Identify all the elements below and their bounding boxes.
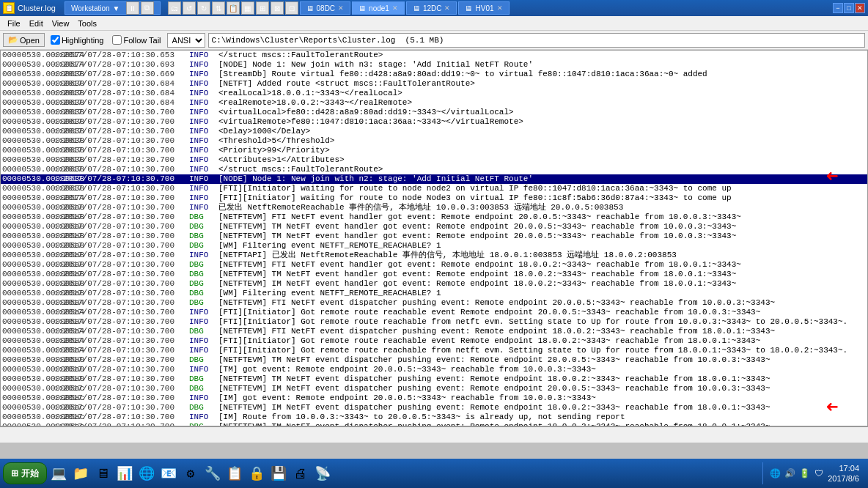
tab-08dc-close[interactable]: ✕ [338,4,344,12]
log-line-37[interactable]: 00000530.000005ac::2017/07/28-07:10:30.7… [1,403,867,413]
menu-tools[interactable]: Tools [73,18,101,29]
log-line-25[interactable]: 00000530.000005a8::2017/07/28-07:10:30.7… [1,289,867,298]
log-line-28[interactable]: 00000530.000005a4::2017/07/28-07:10:30.7… [1,317,867,327]
log-line-34[interactable]: 00000530.000005a0::2017/07/28-07:10:30.7… [1,374,867,384]
log-line-15[interactable]: 00000530.00000574::2017/07/28-07:10:30.7… [1,193,867,203]
tray-time[interactable]: 17:04 2017/8/6 [828,463,859,484]
follow-tail-check[interactable]: Follow Tail [109,35,163,45]
log-line-0[interactable]: 00000530.00000574::2017/07/28-07:10:30.6… [1,51,867,60]
log-line-38[interactable]: 00000530.000005ac::2017/07/28-07:10:30.7… [1,413,867,422]
log-line-5[interactable]: 00000530.00000638::2017/07/28-07:10:30.6… [1,98,867,108]
log-line-12[interactable]: 00000530.00000638::2017/07/28-07:10:30.7… [1,165,867,174]
log-line-2[interactable]: 00000530.00000638::2017/07/28-07:10:30.6… [1,70,867,79]
log-line-20[interactable]: 00000530.000005a8::2017/07/28-07:10:30.7… [1,241,867,251]
log-line-36[interactable]: 00000530.000005ac::2017/07/28-07:10:30.7… [1,393,867,403]
log-line-11[interactable]: 00000530.00000638::2017/07/28-07:10:30.7… [1,155,867,165]
menu-view[interactable]: View [48,18,74,29]
expand-btn[interactable]: ⧉ [141,1,154,15]
pause-btn[interactable]: ⏸ [126,1,139,15]
close-btn[interactable]: ✕ [855,3,865,13]
tab-12dc-close[interactable]: ✕ [444,4,450,12]
workstation-tab[interactable]: Workstation ▼ ⏸ ⧉ [65,1,161,15]
path-input[interactable] [208,33,865,48]
log-line-30[interactable]: 00000530.000005a4::2017/07/28-07:10:30.7… [1,336,867,346]
log-line-21[interactable]: 00000530.000005a8::2017/07/28-07:10:30.7… [1,251,867,260]
log-level: DBG [189,260,218,270]
tab-node1-close[interactable]: ✕ [392,4,398,12]
taskbar-icon-3[interactable]: 🖥 [92,463,113,484]
taskbar-icon-8[interactable]: 🔧 [202,463,223,484]
tab-08dc[interactable]: 🖥 08DC ✕ [300,1,351,15]
log-line-31[interactable]: 00000530.000005a4::2017/07/28-07:10:30.7… [1,346,867,355]
tab-12dc[interactable]: 🖥 12DC ✕ [406,1,457,15]
tb-icon-4[interactable]: ⇅ [212,1,225,15]
log-seq: 00000530.000005a8 [2,251,54,260]
log-line-33[interactable]: 00000530.000005a0::2017/07/28-07:10:30.7… [1,365,867,374]
log-line-18[interactable]: 00000530.000005a8::2017/07/28-07:10:30.7… [1,222,867,232]
log-line-26[interactable]: 00000530.000005a4::2017/07/28-07:10:30.7… [1,298,867,308]
log-line-13[interactable]: 00000530.00000638::2017/07/28-07:10:30.7… [1,174,867,184]
log-line-14[interactable]: 00000530.00000638::2017/07/28-07:10:30.7… [1,184,867,193]
follow-tail-checkbox[interactable] [112,35,122,45]
log-line-8[interactable]: 00000530.00000638::2017/07/28-07:10:30.7… [1,127,867,136]
tb-icon-3[interactable]: ↻ [197,1,210,15]
log-line-22[interactable]: 00000530.000005a8::2017/07/28-07:10:30.7… [1,260,867,270]
menu-edit[interactable]: Edit [25,18,48,29]
log-line-35[interactable]: 00000530.000005ac::2017/07/28-07:10:30.7… [1,384,867,393]
highlighting-checkbox[interactable] [51,35,60,45]
log-content[interactable]: 00000530.00000574::2017/07/28-07:10:30.6… [1,51,867,426]
tab-hv01-close[interactable]: ✕ [497,4,503,12]
tb-icon-8[interactable]: ⊠ [271,1,284,15]
tray-network-icon[interactable]: 🌐 [769,467,781,479]
workstation-dropdown-icon[interactable]: ▼ [113,4,120,12]
menu-file[interactable]: File [3,18,25,29]
encoding-select[interactable]: ANSI [167,33,205,48]
taskbar-icon-7[interactable]: ⚙ [180,463,201,484]
tb-icon-1[interactable]: 🗂 [168,1,181,15]
log-container[interactable]: 00000530.00000574::2017/07/28-07:10:30.6… [0,50,868,426]
log-line-23[interactable]: 00000530.000005a8::2017/07/28-07:10:30.7… [1,270,867,279]
log-line-7[interactable]: 00000530.00000638::2017/07/28-07:10:30.7… [1,117,867,127]
minimize-btn[interactable]: − [833,3,843,13]
tb-icon-7[interactable]: ⊞ [256,1,269,15]
tb-icon-2[interactable]: ↺ [183,1,196,15]
highlighting-check[interactable]: Highlighting [48,35,106,45]
taskbar-icon-9[interactable]: 📋 [224,463,245,484]
log-line-32[interactable]: 00000530.000005a0::2017/07/28-07:10:30.7… [1,355,867,365]
log-line-24[interactable]: 00000530.000005a8::2017/07/28-07:10:30.7… [1,279,867,289]
log-line-1[interactable]: 00000530.00000574::2017/07/28-07:10:30.6… [1,60,867,70]
taskbar-icon-6[interactable]: 📧 [158,463,179,484]
tb-icon-9[interactable]: ⊡ [285,1,298,15]
taskbar-icon-5[interactable]: 🌐 [136,463,157,484]
log-time: ::2017/07/28-07:10:30.700 [54,146,189,155]
log-line-4[interactable]: 00000530.00000638::2017/07/28-07:10:30.6… [1,89,867,98]
tray-battery-icon[interactable]: 🔋 [798,467,810,479]
log-line-27[interactable]: 00000530.000005a4::2017/07/28-07:10:30.7… [1,308,867,317]
log-line-39[interactable]: 00000530.000005ac::2017/07/28-07:10:30.7… [1,422,867,426]
taskbar-icon-11[interactable]: 💾 [268,463,289,484]
log-line-3[interactable]: 00000530.00000638::2017/07/28-07:10:30.6… [1,79,867,89]
log-seq: 00000530.00000638 [2,184,54,193]
log-line-9[interactable]: 00000530.00000638::2017/07/28-07:10:30.7… [1,136,867,146]
taskbar-icon-10[interactable]: 🔒 [246,463,267,484]
open-button[interactable]: 📂 Open [3,33,45,47]
tb-icon-5[interactable]: 📋 [227,1,240,15]
log-line-6[interactable]: 00000530.00000638::2017/07/28-07:10:30.7… [1,108,867,117]
log-line-10[interactable]: 00000530.00000638::2017/07/28-07:10:30.7… [1,146,867,155]
taskbar-icon-2[interactable]: 📁 [70,463,91,484]
tab-node1[interactable]: 🖥 node1 ✕ [352,1,405,15]
log-line-16[interactable]: 00000530.000005a8::2017/07/28-07:10:30.7… [1,203,867,212]
start-button[interactable]: ⊞ 开始 [3,462,47,484]
taskbar-icon-4[interactable]: 📊 [114,463,135,484]
tab-hv01[interactable]: 🖥 HV01 ✕ [458,1,509,15]
log-line-19[interactable]: 00000530.000005a8::2017/07/28-07:10:30.7… [1,232,867,241]
maximize-btn[interactable]: □ [844,3,854,13]
taskbar-icon-1[interactable]: 💻 [48,463,69,484]
log-line-29[interactable]: 00000530.000005a4::2017/07/28-07:10:30.7… [1,327,867,336]
tb-icon-6[interactable]: ▦ [241,1,254,15]
log-line-17[interactable]: 00000530.000005a8::2017/07/28-07:10:30.7… [1,212,867,222]
tray-sound-icon[interactable]: 🔊 [784,467,795,479]
taskbar-icon-13[interactable]: 📡 [312,463,333,484]
taskbar-icon-12[interactable]: 🖨 [290,463,311,484]
tray-security-icon[interactable]: 🛡 [813,467,825,479]
